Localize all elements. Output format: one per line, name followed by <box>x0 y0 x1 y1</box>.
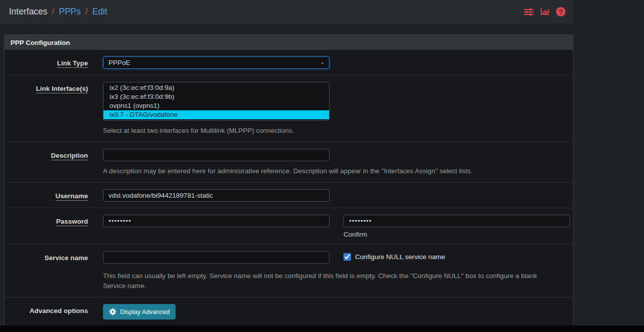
breadcrumb-link-edit[interactable]: Edit <box>92 6 107 17</box>
description-input[interactable] <box>103 149 330 161</box>
configure-null-checkbox[interactable] <box>344 253 351 261</box>
breadcrumb-separator: / <box>52 6 54 17</box>
link-interface-option[interactable]: ix2 (3c:ec:ef:f3:0d:9a) <box>104 83 329 92</box>
link-interfaces-help: Select at least two interfaces for Multi… <box>103 126 570 136</box>
password-label: Password <box>56 218 88 226</box>
breadcrumb-link-ppps[interactable]: PPPs <box>59 6 81 17</box>
form-row-advanced-options: Advanced options <box>4 297 573 326</box>
header-actions: ? <box>524 7 566 16</box>
service-name-label: Service name <box>44 254 88 262</box>
username-label: Username <box>56 192 88 201</box>
gear-icon <box>109 308 116 316</box>
form-row-link-type: Link Type PPPoE ⌄ <box>4 50 573 75</box>
password-input[interactable] <box>103 215 330 227</box>
footer-bar <box>0 326 644 332</box>
description-help: A description may be entered here for ad… <box>103 166 570 176</box>
breadcrumb-section: Interfaces <box>9 6 48 17</box>
link-interface-option[interactable]: ovpns1 (ovpns1) <box>104 101 329 110</box>
description-label: Description <box>51 152 88 160</box>
panel-title: PPP Configuration <box>10 39 70 46</box>
link-type-select[interactable]: PPPoE <box>103 56 330 69</box>
panel-header: PPP Configuration <box>4 35 573 50</box>
bar-chart-icon[interactable] <box>540 8 549 16</box>
configure-null-label: Configure NULL service name <box>355 253 445 261</box>
form-row-description: Description A description may be entered… <box>4 142 573 182</box>
link-interface-option-selected[interactable]: ix0.7 - DTAG/vodafone <box>104 110 329 119</box>
confirm-label: Confirm <box>344 231 570 238</box>
advanced-options-label: Advanced options <box>30 307 88 315</box>
link-type-label: Link Type <box>57 59 88 68</box>
service-name-help: This field can usually be left empty. Se… <box>103 271 556 291</box>
link-interfaces-listbox[interactable]: ix2 (3c:ec:ef:f3:0d:9a) ix3 (3c:ec:ef:f3… <box>103 82 330 121</box>
panel-body: Link Type PPPoE ⌄ Link Interface(s) ix2 … <box>4 50 573 326</box>
breadcrumb: Interfaces / PPPs / Edit <box>9 6 108 17</box>
password-confirm-input[interactable] <box>344 215 570 227</box>
help-icon[interactable]: ? <box>556 7 566 16</box>
form-row-password: Password Confirm <box>4 208 573 244</box>
breadcrumb-bar: Interfaces / PPPs / Edit <box>0 0 574 23</box>
form-row-username: Username <box>4 182 573 208</box>
display-advanced-label: Display Advanced <box>120 309 170 316</box>
breadcrumb-separator: / <box>86 6 88 17</box>
form-row-service-name: Service name Configure NULL service name… <box>4 244 573 297</box>
link-interface-option[interactable]: ix3 (3c:ec:ef:f3:0d:9b) <box>104 92 329 101</box>
question-glyph: ? <box>556 7 566 16</box>
display-advanced-button[interactable]: Display Advanced <box>103 304 176 320</box>
form-row-link-interfaces: Link Interface(s) ix2 (3c:ec:ef:f3:0d:9a… <box>4 75 573 142</box>
service-name-input[interactable] <box>103 251 330 264</box>
link-interfaces-label: Link Interface(s) <box>36 85 88 93</box>
sliders-icon[interactable] <box>524 8 534 16</box>
username-input[interactable] <box>103 189 330 202</box>
ppp-configuration-panel: PPP Configuration Link Type PPPoE ⌄ Link… <box>4 34 574 326</box>
